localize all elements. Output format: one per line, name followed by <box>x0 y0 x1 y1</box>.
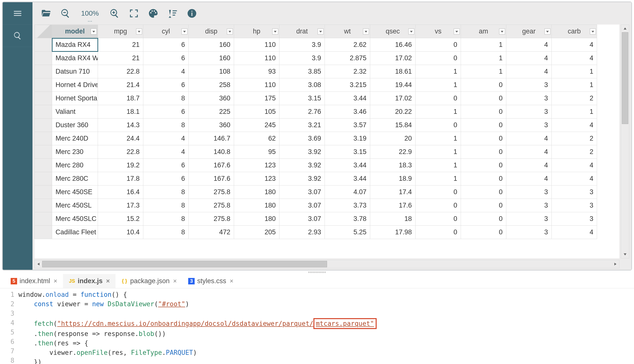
scroll-left-arrow[interactable] <box>35 260 42 268</box>
cell[interactable]: 62 <box>234 132 280 145</box>
cell[interactable]: 15.84 <box>370 118 416 132</box>
cell[interactable]: 0 <box>461 226 506 239</box>
filter-dropdown-button[interactable] <box>590 28 596 34</box>
cell[interactable]: 0 <box>461 172 506 186</box>
editor-tab-index-html[interactable]: 5index.html× <box>5 274 63 288</box>
cell[interactable]: 6 <box>143 78 189 92</box>
scroll-up-arrow[interactable] <box>621 25 629 32</box>
row-header[interactable] <box>35 78 52 92</box>
cell[interactable]: 110 <box>234 78 280 92</box>
cell[interactable]: 2.62 <box>325 38 370 52</box>
cell[interactable]: 167.6 <box>189 159 234 172</box>
cell[interactable]: 110 <box>234 52 280 65</box>
cell[interactable]: 0 <box>461 186 506 199</box>
cell[interactable]: 8 <box>143 199 189 212</box>
fullscreen-button[interactable] <box>129 8 139 18</box>
cell[interactable]: 3 <box>552 199 597 212</box>
row-header[interactable] <box>35 172 52 186</box>
filter-dropdown-button[interactable] <box>363 28 369 34</box>
cell[interactable]: 0 <box>416 52 461 65</box>
col-header-drat[interactable]: drat <box>280 25 325 38</box>
cell[interactable]: 3.07 <box>280 212 325 226</box>
code-editor[interactable]: 123456789 window.onload = function() { c… <box>0 288 634 364</box>
cell[interactable]: 1 <box>416 78 461 92</box>
cell[interactable]: 160 <box>189 38 234 52</box>
cell[interactable]: 4 <box>552 52 597 65</box>
cell[interactable]: 17.02 <box>370 52 416 65</box>
cell[interactable]: Mazda RX4 <box>52 38 98 52</box>
cell[interactable]: 0 <box>461 105 506 118</box>
pane-splitter[interactable] <box>0 270 634 274</box>
cell[interactable]: Valiant <box>52 105 98 118</box>
cell[interactable]: 3 <box>506 92 552 105</box>
filter-dropdown-button[interactable] <box>499 28 505 34</box>
cell[interactable]: 1 <box>461 52 506 65</box>
cell[interactable]: 4 <box>552 118 597 132</box>
cell[interactable]: 3 <box>506 199 552 212</box>
data-grid[interactable]: modelmpgcyldisphpdratwtqsecvsamgearcarbM… <box>34 24 597 239</box>
cell[interactable]: 22.8 <box>98 65 143 78</box>
row-header[interactable] <box>35 212 52 226</box>
cell[interactable]: 2.76 <box>280 105 325 118</box>
cell[interactable]: 8 <box>143 212 189 226</box>
cell[interactable]: 16.46 <box>370 38 416 52</box>
cell[interactable]: 3.08 <box>280 78 325 92</box>
row-header[interactable] <box>35 118 52 132</box>
cell[interactable]: 22.9 <box>370 145 416 159</box>
cell[interactable]: 3.44 <box>325 92 370 105</box>
col-header-vs[interactable]: vs <box>416 25 461 38</box>
corner-cell[interactable] <box>35 25 52 38</box>
cell[interactable]: 1 <box>416 65 461 78</box>
cell[interactable]: 17.6 <box>370 199 416 212</box>
cell[interactable]: 3 <box>506 105 552 118</box>
editor-tab-styles-css[interactable]: 3styles.css× <box>182 274 239 288</box>
filter-dropdown-button[interactable] <box>227 28 233 34</box>
cell[interactable]: 160 <box>189 52 234 65</box>
cell[interactable]: 2 <box>552 92 597 105</box>
cell[interactable]: 17.4 <box>370 186 416 199</box>
cell[interactable]: 0 <box>416 226 461 239</box>
cell[interactable]: 17.02 <box>370 92 416 105</box>
cell[interactable]: 2.93 <box>280 226 325 239</box>
editor-tab-package-json[interactable]: { }package.json× <box>116 274 182 288</box>
cell[interactable]: 4 <box>552 172 597 186</box>
cell[interactable]: 19.44 <box>370 78 416 92</box>
cell[interactable]: 0 <box>416 212 461 226</box>
cell[interactable]: 472 <box>189 226 234 239</box>
cell[interactable]: Merc 280 <box>52 159 98 172</box>
filter-dropdown-button[interactable] <box>136 28 142 34</box>
cell[interactable]: 180 <box>234 186 280 199</box>
cell[interactable]: 3.44 <box>325 172 370 186</box>
cell[interactable]: 95 <box>234 145 280 159</box>
cell[interactable]: 1 <box>416 132 461 145</box>
cell[interactable]: 4 <box>506 38 552 52</box>
cell[interactable]: 3 <box>506 226 552 239</box>
cell[interactable]: 6 <box>143 38 189 52</box>
row-header[interactable] <box>35 38 52 52</box>
cell[interactable]: 21 <box>98 38 143 52</box>
cell[interactable]: 4 <box>506 145 552 159</box>
cell[interactable]: 1 <box>416 105 461 118</box>
cell[interactable]: 3.92 <box>280 145 325 159</box>
close-icon[interactable]: × <box>173 277 177 285</box>
cell[interactable]: 0 <box>416 199 461 212</box>
cell[interactable]: 0 <box>461 145 506 159</box>
horizontal-scrollbar[interactable] <box>34 260 619 268</box>
cell[interactable]: 146.7 <box>189 132 234 145</box>
cell[interactable]: 3.15 <box>280 92 325 105</box>
cell[interactable]: 3.73 <box>325 199 370 212</box>
cell[interactable]: 18.61 <box>370 65 416 78</box>
cell[interactable]: 4 <box>552 38 597 52</box>
cell[interactable]: 18.1 <box>98 105 143 118</box>
cell[interactable]: 4 <box>552 159 597 172</box>
cell[interactable]: 3.46 <box>325 105 370 118</box>
cell[interactable]: 175 <box>234 92 280 105</box>
cell[interactable]: 0 <box>416 186 461 199</box>
cell[interactable]: 360 <box>189 92 234 105</box>
cell[interactable]: 3.92 <box>280 172 325 186</box>
filter-dropdown-button[interactable] <box>318 28 324 34</box>
row-header[interactable] <box>35 105 52 118</box>
cell[interactable]: 3.07 <box>280 186 325 199</box>
open-file-button[interactable] <box>41 8 51 18</box>
cell[interactable]: 275.8 <box>189 212 234 226</box>
